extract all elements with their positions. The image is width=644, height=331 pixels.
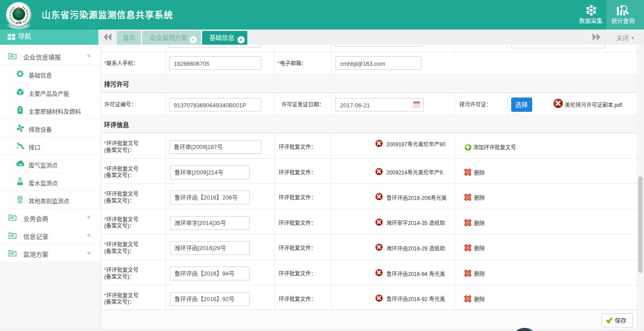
svg-text:ZHB: ZHB [15, 21, 22, 25]
svg-text:15: 15 [415, 104, 419, 107]
svg-text:co: co [19, 162, 22, 166]
